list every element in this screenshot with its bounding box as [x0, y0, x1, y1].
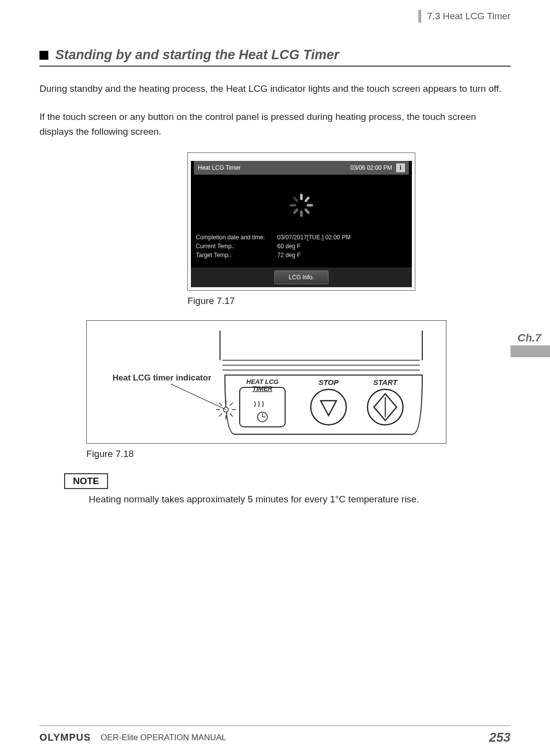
paragraph-1: During standby and the heating process, …	[39, 81, 511, 96]
touchscreen-header: Heat LCG Timer 03/06 02:00 PM i	[194, 161, 409, 175]
figure-7-18-caption: Figure 7.18	[86, 449, 511, 459]
square-bullet-icon	[39, 51, 48, 60]
touchscreen-button-bar: LCG Info.	[191, 267, 412, 287]
touchscreen-datetime: 03/06 02:00 PM	[350, 164, 392, 171]
page-number: 253	[489, 730, 511, 745]
stop-label: STOP	[319, 378, 339, 386]
start-label: START	[373, 378, 398, 386]
svg-line-1	[306, 198, 308, 201]
chapter-tab: Ch.7	[511, 332, 550, 357]
figure-7-17-caption: Figure 7.17	[187, 296, 511, 306]
lcg-info-button[interactable]: LCG Info.	[274, 270, 328, 284]
loading-spinner-icon	[196, 181, 407, 230]
info-icon[interactable]: i	[396, 163, 405, 172]
footer-manual-title: OER-Elite OPERATION MANUAL	[101, 733, 226, 743]
svg-line-31	[171, 384, 226, 410]
brand-logo: OLYMPUS	[39, 732, 91, 743]
paragraph-2: If the touch screen or any button on the…	[39, 110, 511, 139]
svg-line-27	[219, 403, 222, 406]
header-section-text: 7.3 Heat LCG Timer	[427, 11, 511, 22]
svg-line-7	[294, 198, 297, 201]
svg-line-3	[306, 210, 308, 213]
figure-7-17: Heat LCG Timer 03/06 02:00 PM i	[187, 152, 415, 291]
page-footer: OLYMPUS OER-Elite OPERATION MANUAL 253	[39, 725, 511, 745]
touchscreen: Heat LCG Timer 03/06 02:00 PM i	[191, 161, 412, 287]
touchscreen-body: Completion date and time: 03/07/2017[TUE…	[191, 175, 412, 267]
completion-label: Completion date and time:	[196, 233, 277, 242]
figure-7-18: HEAT LCG TIMER STOP START Heat LCG timer…	[86, 320, 446, 444]
section-title: Standing by and starting the Heat LCG Ti…	[55, 47, 339, 63]
svg-line-5	[294, 210, 297, 213]
chapter-label: Ch.7	[517, 332, 550, 344]
heat-lcg-indicator-callout: Heat LCG timer indicator	[112, 373, 211, 383]
target-temp-value: 72 deg F	[277, 251, 300, 260]
chapter-tab-block	[511, 345, 550, 357]
header-divider	[418, 10, 421, 23]
current-temp-value: 60 deg F	[277, 242, 300, 251]
touchscreen-title: Heat LCG Timer	[198, 164, 241, 171]
heat-lcg-timer-label-bottom: TIMER	[253, 385, 273, 392]
note-text: Heating normally takes approximately 5 m…	[89, 494, 511, 505]
completion-value: 03/07/2017[TUE.] 02:00 PM	[277, 233, 351, 242]
note-label: NOTE	[64, 473, 108, 489]
section-heading: Standing by and starting the Heat LCG Ti…	[39, 47, 511, 67]
heat-lcg-timer-label-top: HEAT LCG	[246, 378, 278, 385]
page-header: 7.3 Heat LCG Timer	[39, 10, 511, 23]
target-temp-label: Target Temp.:	[196, 251, 277, 260]
current-temp-label: Current Temp.:	[196, 242, 277, 251]
touchscreen-info: Completion date and time: 03/07/2017[TUE…	[196, 230, 407, 265]
svg-line-29	[219, 414, 222, 416]
